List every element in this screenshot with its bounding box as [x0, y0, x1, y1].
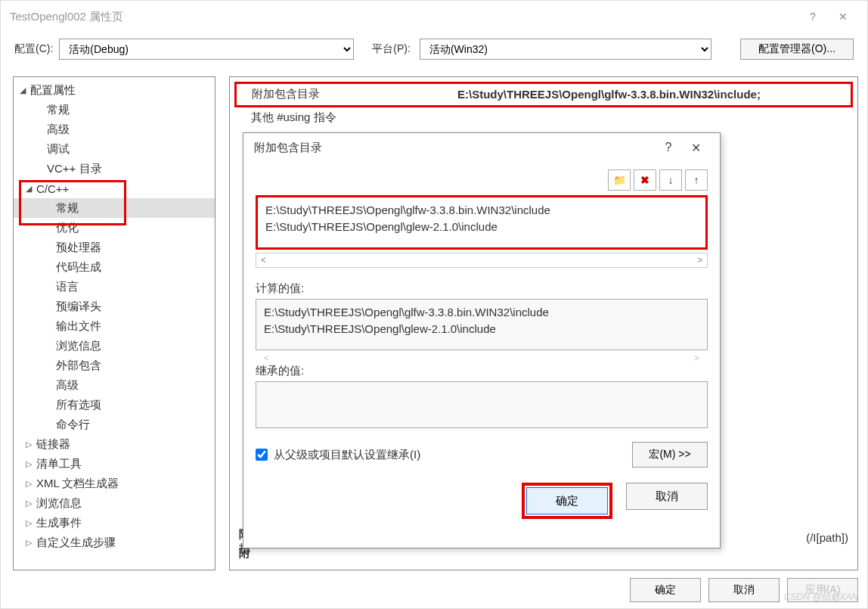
window-title: TestOpengl002 属性页 — [10, 10, 798, 24]
tree-item-cpp-cmdline[interactable]: 命令行 — [14, 415, 215, 434]
dialog-help-icon[interactable]: ? — [655, 141, 682, 154]
tree-item-custombuild[interactable]: ▷自定义生成步骤 — [14, 533, 215, 552]
config-row: 配置(C): 活动(Debug) 平台(P): 活动(Win32) 配置管理器(… — [1, 33, 867, 66]
desc-hint: (/I[path]) — [806, 531, 848, 544]
tree-item-general[interactable]: 常规 — [14, 100, 215, 120]
dialog-close-icon[interactable]: ✕ — [682, 141, 709, 155]
tree-item-vcpp-dirs[interactable]: VC++ 目录 — [14, 159, 215, 179]
prop-label-additional-include: 附加包含目录 — [237, 87, 457, 101]
inherit-checkbox[interactable] — [256, 449, 268, 461]
tree-item-cpp-general[interactable]: 常规 — [14, 198, 215, 218]
tree-item-cpp-advanced[interactable]: 高级 — [14, 375, 215, 395]
inherited-values-box — [256, 381, 708, 428]
config-manager-button[interactable]: 配置管理器(O)... — [740, 39, 854, 60]
calc-value: E:\Study\THREEJS\Opengl\glew-2.1.0\inclu… — [264, 321, 699, 337]
scroll-left-icon[interactable]: < — [261, 255, 266, 266]
tree-panel[interactable]: ◢配置属性 常规 高级 调试 VC++ 目录 ◢C/C++ 常规 优化 预处理器… — [13, 76, 215, 570]
path-item[interactable]: E:\Study\THREEJS\Opengl\glfw-3.3.8.bin.W… — [265, 202, 698, 219]
window-controls: ? ✕ — [798, 5, 858, 28]
inherit-checkbox-label: 从父级或项目默认设置继承(I) — [274, 448, 420, 462]
move-down-icon[interactable]: ↓ — [659, 169, 682, 191]
help-icon[interactable]: ? — [798, 5, 828, 28]
tree-item-buildevent[interactable]: ▷生成事件 — [14, 513, 215, 533]
tree-item-debug[interactable]: 调试 — [14, 139, 215, 159]
property-page-window: TestOpengl002 属性页 ? ✕ 配置(C): 活动(Debug) 平… — [0, 0, 868, 609]
paths-listbox[interactable]: E:\Study\THREEJS\Opengl\glfw-3.3.8.bin.W… — [256, 195, 708, 250]
tree-item-cpp-external[interactable]: 外部包含 — [14, 356, 215, 375]
tree-item-manifest[interactable]: ▷清单工具 — [14, 454, 215, 474]
additional-include-dialog: 附加包含目录 ? ✕ 📁 ✖ ↓ ↑ E:\Study\THREEJS\Open… — [243, 132, 721, 548]
dialog-cancel-button[interactable]: 取消 — [626, 483, 708, 510]
dialog-body: 📁 ✖ ↓ ↑ E:\Study\THREEJS\Opengl\glfw-3.3… — [243, 162, 720, 527]
config-label: 配置(C): — [14, 42, 53, 56]
close-icon[interactable]: ✕ — [828, 5, 858, 28]
prop-label-using: 其他 #using 指令 — [236, 110, 457, 125]
inherit-checkbox-wrap[interactable]: 从父级或项目默认设置继承(I) — [256, 448, 420, 462]
macro-button[interactable]: 宏(M) >> — [632, 442, 708, 468]
move-up-icon[interactable]: ↑ — [685, 169, 708, 191]
tree-item-cpp[interactable]: ◢C/C++ — [14, 179, 215, 198]
path-item[interactable]: E:\Study\THREEJS\Opengl\glew-2.1.0\inclu… — [265, 219, 698, 235]
dialog-ok-button[interactable]: 确定 — [526, 487, 608, 514]
highlight-annotation: 附加包含目录 E:\Study\THREEJS\Opengl\glfw-3.3.… — [234, 82, 853, 107]
h-scrollbar[interactable]: < > — [256, 253, 708, 268]
cancel-button[interactable]: 取消 — [708, 578, 780, 602]
calc-value: E:\Study\THREEJS\Opengl\glfw-3.3.8.bin.W… — [264, 304, 699, 321]
new-folder-icon[interactable]: 📁 — [608, 169, 631, 191]
tree-item-linker[interactable]: ▷链接器 — [14, 434, 215, 454]
delete-icon[interactable]: ✖ — [634, 169, 656, 191]
tree-item-browse[interactable]: ▷浏览信息 — [14, 493, 215, 513]
tree-root-config-props[interactable]: ◢配置属性 — [14, 80, 215, 100]
ok-button[interactable]: 确定 — [630, 578, 701, 602]
tree-item-xmldoc[interactable]: ▷XML 文档生成器 — [14, 474, 215, 493]
dialog-toolbar: 📁 ✖ ↓ ↑ — [256, 169, 708, 191]
tree-item-cpp-all[interactable]: 所有选项 — [14, 395, 215, 415]
calculated-values-box: E:\Study\THREEJS\Opengl\glfw-3.3.8.bin.W… — [256, 299, 708, 350]
tree-item-cpp-output[interactable]: 输出文件 — [14, 316, 215, 336]
calculated-label: 计算的值: — [256, 281, 708, 296]
dialog-buttons: 确定 取消 — [256, 483, 708, 519]
highlight-annotation-ok: 确定 — [522, 483, 612, 519]
platform-label: 平台(P): — [372, 42, 411, 56]
config-select[interactable]: 活动(Debug) — [59, 39, 354, 60]
prop-value-additional-include: E:\Study\THREEJS\Opengl\glfw-3.3.8.bin.W… — [457, 88, 761, 101]
config-tree: ◢配置属性 常规 高级 调试 VC++ 目录 ◢C/C++ 常规 优化 预处理器… — [14, 77, 215, 555]
tree-item-cpp-codegen[interactable]: 代码生成 — [14, 257, 215, 277]
tree-item-cpp-preproc[interactable]: 预处理器 — [14, 238, 215, 257]
tree-item-advanced[interactable]: 高级 — [14, 120, 215, 139]
titlebar: TestOpengl002 属性页 ? ✕ — [1, 1, 867, 33]
prop-row-additional-include[interactable]: 附加包含目录 E:\Study\THREEJS\Opengl\glfw-3.3.… — [237, 87, 851, 101]
watermark: CSDN @仙魁XAN — [784, 591, 858, 604]
tree-item-cpp-pch[interactable]: 预编译头 — [14, 297, 215, 316]
scroll-right-icon[interactable]: > — [697, 255, 702, 266]
dialog-titlebar: 附加包含目录 ? ✕ — [243, 133, 720, 162]
prop-row-using[interactable]: 其他 #using 指令 — [236, 110, 457, 125]
inherit-row: 从父级或项目默认设置继承(I) 宏(M) >> — [256, 442, 708, 468]
tree-item-cpp-browseinfo[interactable]: 浏览信息 — [14, 336, 215, 356]
platform-select[interactable]: 活动(Win32) — [420, 39, 711, 60]
dialog-title: 附加包含目录 — [254, 141, 655, 155]
tree-item-cpp-lang[interactable]: 语言 — [14, 277, 215, 297]
inherited-label: 继承的值: — [256, 364, 708, 378]
tree-item-cpp-optimize[interactable]: 优化 — [14, 218, 215, 238]
